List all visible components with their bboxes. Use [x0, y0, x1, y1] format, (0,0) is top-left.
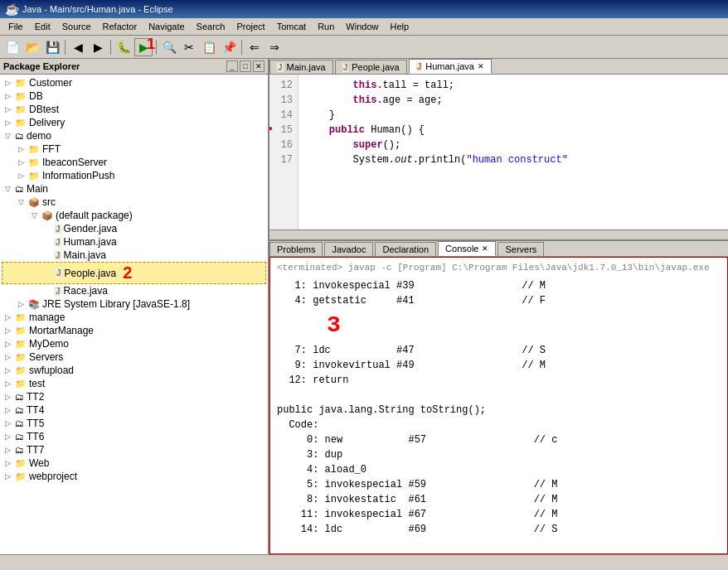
maximize-panel-btn[interactable]: □: [240, 60, 251, 72]
next-edit-button[interactable]: ⇒: [265, 38, 284, 56]
save-button[interactable]: 💾: [43, 38, 61, 56]
expand-icon: ▽: [32, 211, 41, 220]
menu-navigate[interactable]: Navigate: [143, 20, 189, 33]
tree-item-swf[interactable]: ▷ 📁 swfupload: [2, 364, 266, 377]
menu-project[interactable]: Project: [231, 20, 269, 33]
tab-servers[interactable]: Servers: [497, 242, 544, 256]
tree-item-peoplejava[interactable]: J People.java 2: [2, 262, 266, 284]
tree-label: InformationPush: [42, 170, 114, 181]
folder-icon: 📁: [15, 458, 27, 469]
tree-item-test[interactable]: ▷ 📁 test: [2, 377, 266, 390]
tree-item-racejava[interactable]: J Race.java: [2, 284, 266, 297]
run-button[interactable]: ▶ 1: [134, 38, 153, 56]
tree-view[interactable]: ▷ 📁 Customer ▷ 📁 DB ▷ 📁 DBtest: [0, 75, 268, 554]
tree-label: JRE System Library [JavaSE-1.8]: [42, 298, 190, 310]
search-button[interactable]: 🔍: [160, 38, 178, 56]
paste-button[interactable]: 📌: [220, 38, 238, 56]
tree-item-infopush[interactable]: ▷ 📁 InformationPush: [2, 169, 266, 182]
editor-area: J Main.java J People.java J Human.java ✕: [269, 59, 728, 554]
close-panel-btn[interactable]: ✕: [253, 60, 265, 72]
prev-edit-button[interactable]: ⇐: [245, 38, 264, 56]
console-content[interactable]: <terminated> javap -c [Program] C:\Progr…: [269, 257, 728, 554]
code-editor[interactable]: 12 13 14 15 ● 16 17 this.tall = tall; th…: [269, 75, 728, 229]
tab-declaration[interactable]: Declaration: [375, 242, 436, 256]
expand-icon: ▷: [18, 158, 28, 167]
menu-window[interactable]: Window: [341, 20, 383, 33]
new-button[interactable]: 📄: [3, 38, 22, 56]
expand-icon: ▷: [5, 313, 15, 321]
menu-source[interactable]: Source: [57, 20, 96, 33]
tree-label: Human.java: [64, 236, 117, 248]
folder-icon: 📁: [15, 339, 27, 350]
tree-item-mortar[interactable]: ▷ 📁 MortarManage: [2, 324, 266, 337]
menu-search[interactable]: Search: [192, 20, 231, 33]
tab-main[interactable]: J Main.java: [269, 60, 333, 74]
tree-item-servers[interactable]: ▷ 📁 Servers: [2, 350, 266, 364]
expand-icon: ▷: [5, 379, 15, 388]
minimize-panel-btn[interactable]: _: [226, 60, 238, 72]
tree-item-dbtest[interactable]: ▷ 📁 DBtest: [2, 103, 266, 116]
tree-item-customer[interactable]: ▷ 📁 Customer: [2, 76, 266, 89]
tab-javadoc[interactable]: Javadoc: [324, 242, 373, 256]
menu-file[interactable]: File: [3, 20, 28, 33]
menu-tomcat[interactable]: Tomcat: [272, 20, 311, 33]
cut-button[interactable]: ✂: [180, 38, 198, 56]
debug-button[interactable]: 🐛: [114, 38, 133, 56]
tree-item-gender[interactable]: J Gender.java: [2, 222, 266, 235]
tab-console[interactable]: Console ✕: [438, 241, 496, 256]
tree-item-web[interactable]: ▷ 📁 Web: [2, 456, 266, 470]
tree-item-tt2[interactable]: ▷ 🗂 TT2: [2, 390, 266, 403]
tree-item-tt6[interactable]: ▷ 🗂 TT6: [2, 430, 266, 443]
tree-item-demo[interactable]: ▽ 🗂 demo: [2, 129, 266, 142]
tree-item-webproject[interactable]: ▷ 📁 webproject: [2, 470, 266, 483]
tree-label: Web: [29, 457, 49, 469]
tree-item-ibeacon[interactable]: ▷ 📁 IbeaconServer: [2, 156, 266, 169]
tree-item-tt7[interactable]: ▷ 🗂 TT7: [2, 443, 266, 456]
project-icon: 🗂: [15, 432, 24, 442]
menu-bar: File Edit Source Refactor Navigate Searc…: [0, 18, 728, 36]
toolbar-sep4: [241, 40, 242, 55]
code-line-13: this.age = age;: [305, 93, 721, 108]
tab-problems[interactable]: Problems: [269, 242, 323, 256]
tree-item-main[interactable]: ▽ 🗂 Main: [2, 182, 266, 196]
tab-human[interactable]: J Human.java ✕: [409, 59, 492, 74]
app-icon: ☕: [5, 2, 19, 16]
menu-refactor[interactable]: Refactor: [98, 20, 143, 33]
tree-item-delivery[interactable]: ▷ 📁 Delivery: [2, 116, 266, 129]
tree-item-mydemo[interactable]: ▷ 📁 MyDemo: [2, 337, 266, 350]
menu-run[interactable]: Run: [313, 20, 339, 33]
title-text: Java - Main/src/Human.java - Eclipse: [22, 4, 173, 14]
forward-button[interactable]: ▶: [89, 38, 107, 56]
h-scrollbar[interactable]: [269, 229, 728, 239]
tree-label: demo: [27, 130, 51, 142]
tree-item-tt4[interactable]: ▷ 🗂 TT4: [2, 403, 266, 417]
tree-item-db[interactable]: ▷ 📁 DB: [2, 89, 266, 103]
tree-item-fft[interactable]: ▷ 📁 FFT: [2, 142, 266, 156]
menu-edit[interactable]: Edit: [30, 20, 56, 33]
tree-item-tt5[interactable]: ▷ 🗂 TT5: [2, 417, 266, 430]
code-content[interactable]: this.tall = tall; this.age = age; } publ…: [298, 75, 728, 229]
tree-item-mainjava[interactable]: J Main.java: [2, 249, 266, 262]
open-button[interactable]: 📂: [23, 38, 41, 56]
menu-help[interactable]: Help: [385, 20, 414, 33]
tree-item-src[interactable]: ▽ 📦 src: [2, 196, 266, 209]
console-close-icon[interactable]: ✕: [482, 244, 488, 253]
back-button[interactable]: ◀: [69, 38, 87, 56]
folder-icon: 📁: [15, 78, 27, 89]
project-icon: 🗂: [15, 445, 24, 455]
title-bar: ☕ Java - Main/src/Human.java - Eclipse: [0, 0, 728, 18]
tab-close-icon[interactable]: ✕: [478, 62, 484, 70]
folder-icon: 📁: [15, 312, 27, 323]
copy-button[interactable]: 📋: [200, 38, 218, 56]
tab-people[interactable]: J People.java: [335, 60, 407, 74]
tree-item-manage[interactable]: ▷ 📁 manage: [2, 311, 266, 324]
folder-icon: 📁: [15, 365, 27, 376]
tree-label: TT5: [27, 418, 44, 429]
tree-label: TT4: [27, 404, 44, 416]
project-icon: 🗂: [15, 418, 24, 428]
tab-main-label: Main.java: [287, 62, 326, 72]
tree-item-jre[interactable]: ▷ 📚 JRE System Library [JavaSE-1.8]: [2, 297, 266, 311]
tree-item-humanjava[interactable]: J Human.java: [2, 235, 266, 249]
toolbar: 📄 📂 💾 ◀ ▶ 🐛 ▶ 1 🔍 ✂ 📋 📌 ⇐ ⇒: [0, 36, 728, 59]
tree-item-defaultpkg[interactable]: ▽ 📦 (default package): [2, 209, 266, 222]
